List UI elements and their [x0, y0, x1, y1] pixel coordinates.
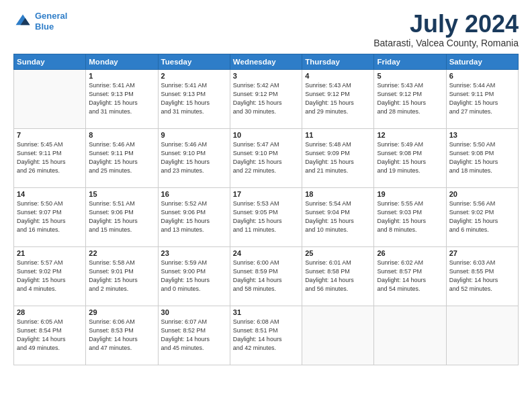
- day-cell: 6Sunrise: 5:44 AMSunset: 9:11 PMDaylight…: [446, 69, 518, 128]
- col-friday: Friday: [374, 54, 446, 69]
- month-title: July 2024: [373, 11, 519, 38]
- day-cell: 30Sunrise: 6:07 AMSunset: 8:52 PMDayligh…: [158, 306, 230, 365]
- day-info: Sunrise: 5:51 AMSunset: 9:06 PMDaylight:…: [89, 199, 154, 234]
- day-info: Sunrise: 6:08 AMSunset: 8:51 PMDaylight:…: [233, 318, 299, 353]
- day-number: 30: [161, 308, 227, 316]
- day-info: Sunrise: 5:56 AMSunset: 9:02 PMDaylight:…: [449, 199, 515, 234]
- day-cell: 16Sunrise: 5:52 AMSunset: 9:06 PMDayligh…: [158, 187, 230, 246]
- day-info: Sunrise: 5:59 AMSunset: 9:00 PMDaylight:…: [161, 259, 227, 293]
- day-info: Sunrise: 5:41 AMSunset: 9:13 PMDaylight:…: [89, 81, 154, 116]
- location-subtitle: Batarasti, Valcea County, Romania: [373, 38, 519, 48]
- day-cell: 19Sunrise: 5:55 AMSunset: 9:03 PMDayligh…: [374, 187, 446, 246]
- day-info: Sunrise: 5:48 AMSunset: 9:09 PMDaylight:…: [305, 140, 371, 175]
- day-cell: 31Sunrise: 6:08 AMSunset: 8:51 PMDayligh…: [230, 306, 302, 365]
- day-info: Sunrise: 5:50 AMSunset: 9:07 PMDaylight:…: [17, 199, 83, 234]
- day-cell: [14, 69, 86, 128]
- day-info: Sunrise: 5:58 AMSunset: 9:01 PMDaylight:…: [89, 259, 154, 293]
- day-number: 19: [377, 190, 443, 198]
- day-info: Sunrise: 5:43 AMSunset: 9:12 PMDaylight:…: [377, 81, 443, 116]
- day-number: 1: [89, 72, 154, 80]
- col-saturday: Saturday: [446, 54, 518, 69]
- week-row-4: 21Sunrise: 5:57 AMSunset: 9:02 PMDayligh…: [14, 246, 519, 306]
- logo-line2: Blue: [35, 21, 54, 32]
- day-number: 17: [233, 190, 299, 198]
- day-cell: 20Sunrise: 5:56 AMSunset: 9:02 PMDayligh…: [446, 187, 518, 246]
- week-row-1: 1Sunrise: 5:41 AMSunset: 9:13 PMDaylight…: [14, 69, 519, 128]
- day-number: 20: [449, 190, 515, 198]
- col-wednesday: Wednesday: [230, 54, 302, 69]
- calendar-table: Sunday Monday Tuesday Wednesday Thursday…: [13, 54, 519, 365]
- day-info: Sunrise: 5:53 AMSunset: 9:05 PMDaylight:…: [233, 199, 299, 234]
- day-cell: 4Sunrise: 5:43 AMSunset: 9:12 PMDaylight…: [302, 69, 374, 128]
- day-number: 3: [233, 72, 299, 80]
- day-cell: [374, 306, 446, 365]
- logo: General Blue: [13, 11, 67, 32]
- calendar-header: Sunday Monday Tuesday Wednesday Thursday…: [14, 54, 519, 69]
- col-tuesday: Tuesday: [158, 54, 230, 69]
- day-number: 26: [377, 249, 443, 257]
- day-number: 13: [449, 131, 515, 139]
- calendar-body: 1Sunrise: 5:41 AMSunset: 9:13 PMDaylight…: [14, 69, 519, 365]
- day-info: Sunrise: 5:47 AMSunset: 9:10 PMDaylight:…: [233, 140, 299, 175]
- day-info: Sunrise: 5:54 AMSunset: 9:04 PMDaylight:…: [305, 199, 371, 234]
- day-cell: [302, 306, 374, 365]
- day-cell: 26Sunrise: 6:02 AMSunset: 8:57 PMDayligh…: [374, 246, 446, 306]
- day-number: 22: [89, 249, 154, 257]
- day-number: 7: [17, 131, 83, 139]
- col-monday: Monday: [86, 54, 158, 69]
- day-info: Sunrise: 5:46 AMSunset: 9:10 PMDaylight:…: [161, 140, 227, 175]
- day-cell: 21Sunrise: 5:57 AMSunset: 9:02 PMDayligh…: [14, 246, 86, 306]
- week-row-2: 7Sunrise: 5:45 AMSunset: 9:11 PMDaylight…: [14, 128, 519, 187]
- day-info: Sunrise: 5:55 AMSunset: 9:03 PMDaylight:…: [377, 199, 443, 234]
- day-cell: 23Sunrise: 5:59 AMSunset: 9:00 PMDayligh…: [158, 246, 230, 306]
- day-cell: 2Sunrise: 5:41 AMSunset: 9:13 PMDaylight…: [158, 69, 230, 128]
- col-sunday: Sunday: [14, 54, 86, 69]
- day-info: Sunrise: 6:05 AMSunset: 8:54 PMDaylight:…: [17, 318, 83, 353]
- day-number: 21: [17, 249, 83, 257]
- day-cell: 25Sunrise: 6:01 AMSunset: 8:58 PMDayligh…: [302, 246, 374, 306]
- day-number: 25: [305, 249, 371, 257]
- day-cell: 18Sunrise: 5:54 AMSunset: 9:04 PMDayligh…: [302, 187, 374, 246]
- day-number: 24: [233, 249, 299, 257]
- day-number: 31: [233, 308, 299, 316]
- day-cell: 14Sunrise: 5:50 AMSunset: 9:07 PMDayligh…: [14, 187, 86, 246]
- logo-line1: General: [35, 11, 67, 21]
- day-cell: 5Sunrise: 5:43 AMSunset: 9:12 PMDaylight…: [374, 69, 446, 128]
- day-info: Sunrise: 5:45 AMSunset: 9:11 PMDaylight:…: [17, 140, 83, 175]
- header-row: Sunday Monday Tuesday Wednesday Thursday…: [14, 54, 519, 69]
- day-cell: 11Sunrise: 5:48 AMSunset: 9:09 PMDayligh…: [302, 128, 374, 187]
- day-info: Sunrise: 5:57 AMSunset: 9:02 PMDaylight:…: [17, 259, 83, 293]
- logo-text: General Blue: [35, 11, 67, 32]
- day-cell: 22Sunrise: 5:58 AMSunset: 9:01 PMDayligh…: [86, 246, 158, 306]
- day-info: Sunrise: 5:50 AMSunset: 9:08 PMDaylight:…: [449, 140, 515, 175]
- day-info: Sunrise: 5:41 AMSunset: 9:13 PMDaylight:…: [161, 81, 227, 116]
- day-cell: 13Sunrise: 5:50 AMSunset: 9:08 PMDayligh…: [446, 128, 518, 187]
- day-info: Sunrise: 6:07 AMSunset: 8:52 PMDaylight:…: [161, 318, 227, 353]
- day-cell: 15Sunrise: 5:51 AMSunset: 9:06 PMDayligh…: [86, 187, 158, 246]
- day-cell: 17Sunrise: 5:53 AMSunset: 9:05 PMDayligh…: [230, 187, 302, 246]
- day-number: 14: [17, 190, 83, 198]
- day-number: 9: [161, 131, 227, 139]
- day-number: 4: [305, 72, 371, 80]
- day-info: Sunrise: 5:42 AMSunset: 9:12 PMDaylight:…: [233, 81, 299, 116]
- day-info: Sunrise: 6:02 AMSunset: 8:57 PMDaylight:…: [377, 259, 443, 293]
- day-number: 11: [305, 131, 371, 139]
- day-cell: 24Sunrise: 6:00 AMSunset: 8:59 PMDayligh…: [230, 246, 302, 306]
- page: General Blue July 2024 Batarasti, Valcea…: [0, 0, 532, 411]
- day-number: 23: [161, 249, 227, 257]
- day-info: Sunrise: 6:03 AMSunset: 8:55 PMDaylight:…: [449, 259, 515, 293]
- header: General Blue July 2024 Batarasti, Valcea…: [13, 11, 519, 48]
- day-cell: 27Sunrise: 6:03 AMSunset: 8:55 PMDayligh…: [446, 246, 518, 306]
- day-info: Sunrise: 6:00 AMSunset: 8:59 PMDaylight:…: [233, 259, 299, 293]
- day-cell: 12Sunrise: 5:49 AMSunset: 9:08 PMDayligh…: [374, 128, 446, 187]
- day-number: 12: [377, 131, 443, 139]
- day-cell: 3Sunrise: 5:42 AMSunset: 9:12 PMDaylight…: [230, 69, 302, 128]
- col-thursday: Thursday: [302, 54, 374, 69]
- day-number: 29: [89, 308, 154, 316]
- day-number: 16: [161, 190, 227, 198]
- day-number: 6: [449, 72, 515, 80]
- week-row-5: 28Sunrise: 6:05 AMSunset: 8:54 PMDayligh…: [14, 306, 519, 365]
- day-cell: 8Sunrise: 5:46 AMSunset: 9:11 PMDaylight…: [86, 128, 158, 187]
- day-number: 18: [305, 190, 371, 198]
- logo-icon: [13, 12, 32, 31]
